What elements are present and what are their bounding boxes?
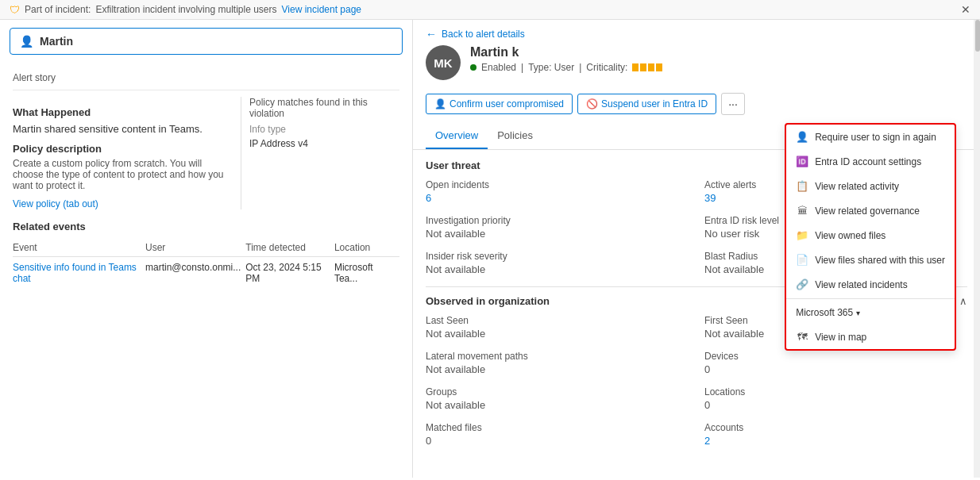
criticality-bars bbox=[632, 63, 662, 71]
top-banner: 🛡 Part of incident: Exfiltration inciden… bbox=[0, 0, 980, 20]
stat-label: Investigation priority bbox=[426, 215, 689, 226]
observed-stat-item: Accounts2 bbox=[704, 422, 967, 447]
shield-icon: 🛡 bbox=[10, 4, 20, 16]
events-table: Event User Time detected Location Sensit… bbox=[13, 239, 399, 289]
col-time: Time detected bbox=[245, 239, 334, 257]
dropdown-ms365[interactable]: Microsoft 365 ▾ bbox=[786, 301, 955, 324]
back-nav[interactable]: ← Back to alert details bbox=[413, 20, 980, 45]
stat-label: Open incidents bbox=[426, 179, 689, 190]
tab-policies[interactable]: Policies bbox=[488, 123, 542, 149]
tab-overview[interactable]: Overview bbox=[426, 123, 488, 149]
policy-desc-text: Create a custom policy from scratch. You… bbox=[13, 158, 233, 191]
suspend-label: Suspend user in Entra ID bbox=[601, 98, 708, 109]
observed-stat-item: Last SeenNot available bbox=[426, 315, 689, 340]
observed-stat-label: Last Seen bbox=[426, 315, 689, 326]
observed-stat-value[interactable]: 2 bbox=[704, 435, 967, 447]
dropdown-related-governance[interactable]: 🏛 View related governance bbox=[786, 198, 955, 223]
observed-stat-value: 0 bbox=[704, 363, 967, 375]
alert-story-label: Alert story bbox=[13, 72, 399, 83]
observed-stat-label: Locations bbox=[704, 386, 967, 397]
table-row[interactable]: Sensitive info found in Teams chatmartin… bbox=[13, 257, 399, 290]
policy-matches-label: Policy matches found in this violation bbox=[249, 97, 399, 119]
signin-icon: 👤 bbox=[796, 131, 808, 143]
observed-stat-label: Accounts bbox=[704, 422, 967, 433]
dropdown-owned-files-label: View owned files bbox=[815, 230, 885, 241]
confirm-icon: 👤 bbox=[434, 98, 446, 109]
left-panel: 👤 Martin Alert story What Happened Marti… bbox=[0, 20, 413, 478]
confirm-compromised-button[interactable]: 👤 Confirm user compromised bbox=[426, 94, 573, 114]
user-info: Martin k Enabled | Type: User | Critical… bbox=[470, 45, 967, 73]
dropdown-related-governance-label: View related governance bbox=[815, 205, 920, 217]
close-icon[interactable]: ✕ bbox=[961, 3, 970, 16]
stat-item: Investigation priorityNot available bbox=[426, 215, 689, 240]
avatar: MK bbox=[426, 45, 461, 80]
dropdown-require-signin[interactable]: 👤 Require user to sign in again bbox=[786, 125, 955, 149]
dropdown-shared-files[interactable]: 📄 View files shared with this user bbox=[786, 248, 955, 272]
ip-address-tag: IP Address v4 bbox=[249, 138, 399, 149]
stat-value[interactable]: 6 bbox=[426, 192, 689, 204]
observed-stat-value: Not available bbox=[426, 328, 689, 340]
separator2: | bbox=[579, 62, 581, 73]
chevron-down-icon: ▾ bbox=[856, 309, 860, 317]
stat-label: Insider risk severity bbox=[426, 251, 689, 262]
observed-stat-value: 0 bbox=[704, 399, 967, 411]
user-status: Enabled bbox=[481, 62, 516, 73]
policy-desc-label: Policy description bbox=[13, 143, 233, 155]
incidents-icon: 🔗 bbox=[796, 278, 808, 290]
scroll-indicator[interactable] bbox=[974, 20, 980, 478]
suspend-user-button[interactable]: 🚫 Suspend user in Entra ID bbox=[577, 94, 716, 114]
dropdown-view-in-map-label: View in map bbox=[815, 332, 866, 343]
separator: | bbox=[521, 62, 523, 73]
entra-icon: 🆔 bbox=[796, 156, 808, 167]
col-event: Event bbox=[13, 239, 145, 257]
what-happened-label: What Happened bbox=[13, 106, 233, 118]
back-arrow-icon: ← bbox=[426, 28, 437, 40]
info-type-label: Info type bbox=[249, 124, 399, 135]
scroll-thumb bbox=[975, 20, 980, 52]
stat-item: Insider risk severityNot available bbox=[426, 251, 689, 275]
dropdown-related-incidents[interactable]: 🔗 View related incidents bbox=[786, 272, 955, 297]
crit-bar-4 bbox=[656, 63, 662, 71]
stat-item: Open incidents6 bbox=[426, 179, 689, 204]
user-card[interactable]: 👤 Martin bbox=[10, 28, 403, 55]
observed-stat-item: Lateral movement pathsNot available bbox=[426, 351, 689, 375]
dropdown-view-in-map[interactable]: 🗺 View in map bbox=[786, 324, 955, 349]
dropdown-owned-files[interactable]: 📁 View owned files bbox=[786, 223, 955, 248]
map-icon: 🗺 bbox=[796, 331, 808, 343]
observed-stat-item: GroupsNot available bbox=[426, 386, 689, 411]
dropdown-entra-settings-label: Entra ID account settings bbox=[815, 156, 921, 167]
dropdown-related-incidents-label: View related incidents bbox=[815, 279, 908, 290]
governance-icon: 🏛 bbox=[796, 205, 808, 217]
observed-stat-label: Groups bbox=[426, 386, 689, 397]
more-options-button[interactable]: ··· bbox=[721, 93, 745, 115]
observed-stat-label: Matched files bbox=[426, 422, 689, 433]
dropdown-require-signin-label: Require user to sign in again bbox=[815, 132, 936, 143]
stat-value: Not available bbox=[426, 228, 689, 240]
dropdown-menu: 👤 Require user to sign in again 🆔 Entra … bbox=[785, 123, 956, 351]
crit-bar-3 bbox=[648, 63, 654, 71]
view-policy-link[interactable]: View policy (tab out) bbox=[13, 198, 98, 209]
what-happened-text: Martin shared sensitive content in Teams… bbox=[13, 123, 233, 135]
observed-stat-item: Devices0 bbox=[704, 351, 967, 375]
back-label: Back to alert details bbox=[442, 29, 525, 40]
right-panel: ← Back to alert details MK Martin k Enab… bbox=[413, 20, 980, 478]
observed-stat-value: Not available bbox=[426, 363, 689, 375]
crit-bar-1 bbox=[632, 63, 639, 71]
files-icon: 📁 bbox=[796, 229, 808, 241]
observed-title: Observed in organization bbox=[426, 295, 550, 307]
dropdown-entra-settings[interactable]: 🆔 Entra ID account settings bbox=[786, 149, 955, 174]
user-card-icon: 👤 bbox=[20, 35, 33, 48]
dropdown-related-activity[interactable]: 📋 View related activity bbox=[786, 174, 955, 198]
observed-stat-item: Matched files0 bbox=[426, 422, 689, 447]
user-header: MK Martin k Enabled | Type: User | Criti… bbox=[413, 45, 980, 88]
observed-stat-value: 0 bbox=[426, 435, 689, 447]
user-type: Type: User bbox=[528, 62, 574, 73]
col-location: Location bbox=[334, 239, 399, 257]
user-name: Martin k bbox=[470, 45, 967, 60]
crit-bar-2 bbox=[640, 63, 646, 71]
shared-files-icon: 📄 bbox=[796, 254, 808, 266]
observed-stat-item: Locations0 bbox=[704, 386, 967, 411]
col-user: User bbox=[145, 239, 245, 257]
view-incident-link[interactable]: View incident page bbox=[282, 4, 362, 15]
collapse-icon[interactable]: ∧ bbox=[959, 295, 967, 307]
